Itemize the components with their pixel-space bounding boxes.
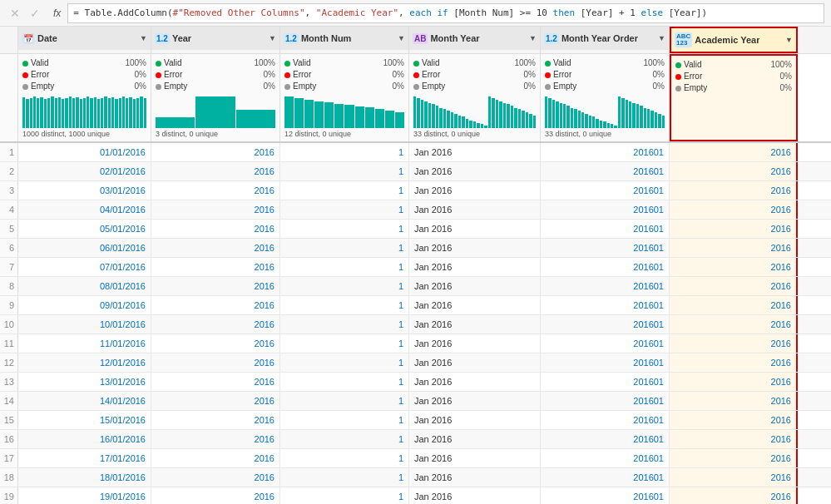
- cell-order[interactable]: 201601: [541, 181, 670, 200]
- cell-acyear[interactable]: 2016: [670, 296, 798, 314]
- col-dropdown-monthnum[interactable]: ▼: [398, 34, 405, 42]
- cell-monthnum[interactable]: 1: [280, 239, 409, 257]
- col-dropdown-order[interactable]: ▼: [658, 34, 665, 42]
- cell-date[interactable]: 04/01/2016: [18, 200, 151, 219]
- cell-order[interactable]: 201601: [541, 200, 670, 219]
- cell-acyear[interactable]: 2016: [670, 239, 798, 257]
- cell-monthnum[interactable]: 1: [280, 315, 409, 334]
- cell-date[interactable]: 12/01/2016: [18, 353, 151, 372]
- cell-order[interactable]: 201601: [541, 296, 670, 314]
- cell-date[interactable]: 18/01/2016: [18, 468, 151, 487]
- cell-date[interactable]: 10/01/2016: [18, 315, 151, 334]
- cell-monthyear[interactable]: Jan 2016: [409, 258, 541, 276]
- cell-year[interactable]: 2016: [151, 411, 280, 429]
- cell-monthyear[interactable]: Jan 2016: [409, 468, 541, 487]
- cell-monthnum[interactable]: 1: [280, 200, 409, 219]
- cell-year[interactable]: 2016: [151, 334, 280, 353]
- cell-year[interactable]: 2016: [151, 353, 280, 372]
- cell-acyear[interactable]: 2016: [670, 162, 798, 180]
- cell-year[interactable]: 2016: [151, 487, 280, 504]
- cell-monthnum[interactable]: 1: [280, 449, 409, 467]
- cell-acyear[interactable]: 2016: [670, 315, 798, 334]
- cell-date[interactable]: 09/01/2016: [18, 296, 151, 314]
- cell-monthyear[interactable]: Jan 2016: [409, 296, 541, 314]
- cell-acyear[interactable]: 2016: [670, 277, 798, 295]
- cell-date[interactable]: 08/01/2016: [18, 277, 151, 295]
- cell-date[interactable]: 13/01/2016: [18, 373, 151, 391]
- cell-order[interactable]: 201601: [541, 487, 670, 504]
- cell-monthnum[interactable]: 1: [280, 353, 409, 372]
- cell-year[interactable]: 2016: [151, 296, 280, 314]
- cell-date[interactable]: 19/01/2016: [18, 487, 151, 504]
- cell-order[interactable]: 201601: [541, 334, 670, 353]
- cell-monthnum[interactable]: 1: [280, 162, 409, 180]
- cell-date[interactable]: 03/01/2016: [18, 181, 151, 200]
- cell-date[interactable]: 11/01/2016: [18, 334, 151, 353]
- cell-order[interactable]: 201601: [541, 220, 670, 238]
- cell-date[interactable]: 16/01/2016: [18, 430, 151, 448]
- cell-order[interactable]: 201601: [541, 449, 670, 467]
- cell-year[interactable]: 2016: [151, 162, 280, 180]
- cell-acyear[interactable]: 2016: [670, 220, 798, 238]
- cell-date[interactable]: 07/01/2016: [18, 258, 151, 276]
- cell-acyear[interactable]: 2016: [670, 449, 798, 467]
- cell-monthyear[interactable]: Jan 2016: [409, 353, 541, 372]
- cell-monthnum[interactable]: 1: [280, 334, 409, 353]
- cell-year[interactable]: 2016: [151, 315, 280, 334]
- cell-year[interactable]: 2016: [151, 239, 280, 257]
- cell-year[interactable]: 2016: [151, 220, 280, 238]
- cell-acyear[interactable]: 2016: [670, 430, 798, 448]
- cell-monthyear[interactable]: Jan 2016: [409, 315, 541, 334]
- formula-bar[interactable]: = Table.AddColumn(#"Removed Other Column…: [67, 3, 824, 23]
- cell-monthnum[interactable]: 1: [280, 411, 409, 429]
- cell-order[interactable]: 201601: [541, 162, 670, 180]
- cell-monthyear[interactable]: Jan 2016: [409, 200, 541, 219]
- cell-year[interactable]: 2016: [151, 277, 280, 295]
- cell-date[interactable]: 17/01/2016: [18, 449, 151, 467]
- cell-monthyear[interactable]: Jan 2016: [409, 487, 541, 504]
- cell-monthyear[interactable]: Jan 2016: [409, 162, 541, 180]
- cell-year[interactable]: 2016: [151, 258, 280, 276]
- cell-acyear[interactable]: 2016: [670, 200, 798, 219]
- cell-date[interactable]: 14/01/2016: [18, 392, 151, 410]
- cell-date[interactable]: 01/01/2016: [18, 143, 151, 161]
- cell-order[interactable]: 201601: [541, 373, 670, 391]
- cell-order[interactable]: 201601: [541, 258, 670, 276]
- cell-order[interactable]: 201601: [541, 353, 670, 372]
- cell-monthnum[interactable]: 1: [280, 143, 409, 161]
- check-icon[interactable]: ✓: [27, 5, 43, 22]
- cell-order[interactable]: 201601: [541, 411, 670, 429]
- cell-monthyear[interactable]: Jan 2016: [409, 373, 541, 391]
- cell-date[interactable]: 02/01/2016: [18, 162, 151, 180]
- cell-order[interactable]: 201601: [541, 392, 670, 410]
- cell-monthnum[interactable]: 1: [280, 487, 409, 504]
- cell-monthyear[interactable]: Jan 2016: [409, 334, 541, 353]
- cell-date[interactable]: 05/01/2016: [18, 220, 151, 238]
- cell-monthnum[interactable]: 1: [280, 220, 409, 238]
- cell-monthnum[interactable]: 1: [280, 258, 409, 276]
- cell-monthnum[interactable]: 1: [280, 373, 409, 391]
- cell-monthyear[interactable]: Jan 2016: [409, 449, 541, 467]
- cell-order[interactable]: 201601: [541, 315, 670, 334]
- cell-year[interactable]: 2016: [151, 143, 280, 161]
- cell-monthyear[interactable]: Jan 2016: [409, 220, 541, 238]
- cell-monthyear[interactable]: Jan 2016: [409, 143, 541, 161]
- cell-monthyear[interactable]: Jan 2016: [409, 277, 541, 295]
- cell-acyear[interactable]: 2016: [670, 181, 798, 200]
- cell-acyear[interactable]: 2016: [670, 468, 798, 487]
- cell-order[interactable]: 201601: [541, 143, 670, 161]
- cell-date[interactable]: 06/01/2016: [18, 239, 151, 257]
- cell-year[interactable]: 2016: [151, 430, 280, 448]
- cell-order[interactable]: 201601: [541, 468, 670, 487]
- cell-monthyear[interactable]: Jan 2016: [409, 411, 541, 429]
- col-dropdown-acyear[interactable]: ▼: [785, 36, 793, 44]
- cell-acyear[interactable]: 2016: [670, 258, 798, 276]
- col-dropdown-date[interactable]: ▼: [140, 34, 147, 42]
- cell-monthyear[interactable]: Jan 2016: [409, 239, 541, 257]
- cell-year[interactable]: 2016: [151, 181, 280, 200]
- cell-year[interactable]: 2016: [151, 392, 280, 410]
- cell-year[interactable]: 2016: [151, 373, 280, 391]
- cell-monthnum[interactable]: 1: [280, 296, 409, 314]
- cell-monthyear[interactable]: Jan 2016: [409, 430, 541, 448]
- cell-acyear[interactable]: 2016: [670, 373, 798, 391]
